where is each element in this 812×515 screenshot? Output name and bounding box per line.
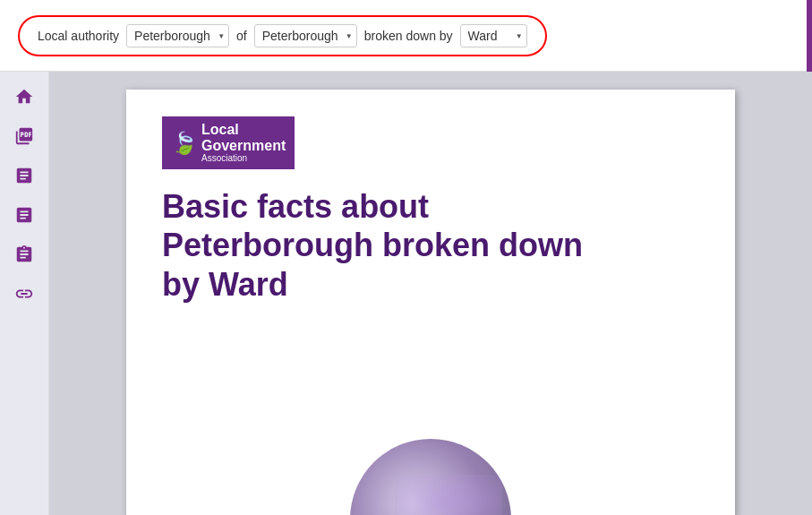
doc-title-line1: Basic facts about <box>162 188 429 225</box>
lga-government-text: Government <box>201 138 286 154</box>
sidebar <box>0 72 49 515</box>
doc-title-line3: by Ward <box>162 266 288 303</box>
pdf-icon[interactable] <box>8 120 40 152</box>
word-icon-2[interactable] <box>8 199 40 231</box>
globe-image <box>341 439 520 515</box>
lga-association-text: Association <box>201 153 286 164</box>
report-icon[interactable] <box>8 238 40 270</box>
area-select[interactable]: Peterborough Birmingham Leeds <box>254 24 357 47</box>
globe-blur <box>395 475 502 515</box>
local-authority-select[interactable]: Peterborough <box>126 24 229 47</box>
doc-title-line2: Peterborough broken down <box>162 227 583 263</box>
breakdown-select[interactable]: Ward District County <box>460 24 527 47</box>
document: 🍃 Local Government Association Basic fac… <box>126 90 735 515</box>
label-broken-down-by: broken down by <box>364 29 453 43</box>
toolbar: Local authority Peterborough of Peterbor… <box>0 0 812 72</box>
lga-leaf-icon: 🍃 <box>171 131 198 156</box>
label-local-authority: Local authority <box>38 29 119 43</box>
document-area: 🍃 Local Government Association Basic fac… <box>49 72 812 515</box>
lga-logo: 🍃 Local Government Association <box>162 116 699 169</box>
word-icon-1[interactable] <box>8 159 40 192</box>
main-layout: 🍃 Local Government Association Basic fac… <box>0 72 812 515</box>
lga-logo-box: 🍃 Local Government Association <box>162 116 295 169</box>
area-select-wrapper[interactable]: Peterborough Birmingham Leeds <box>254 24 357 47</box>
lga-logo-text: Local Government Association <box>201 122 286 164</box>
purple-accent-bar <box>807 0 812 72</box>
home-icon[interactable] <box>8 81 40 113</box>
filter-bar: Local authority Peterborough of Peterbor… <box>18 15 547 56</box>
link-icon[interactable] <box>8 278 40 310</box>
label-of: of <box>236 29 247 43</box>
lga-local-text: Local <box>201 122 286 138</box>
document-title: Basic facts about Peterborough broken do… <box>162 187 699 304</box>
breakdown-select-wrapper[interactable]: Ward District County <box>460 24 527 47</box>
local-authority-select-wrapper[interactable]: Peterborough <box>126 24 229 47</box>
